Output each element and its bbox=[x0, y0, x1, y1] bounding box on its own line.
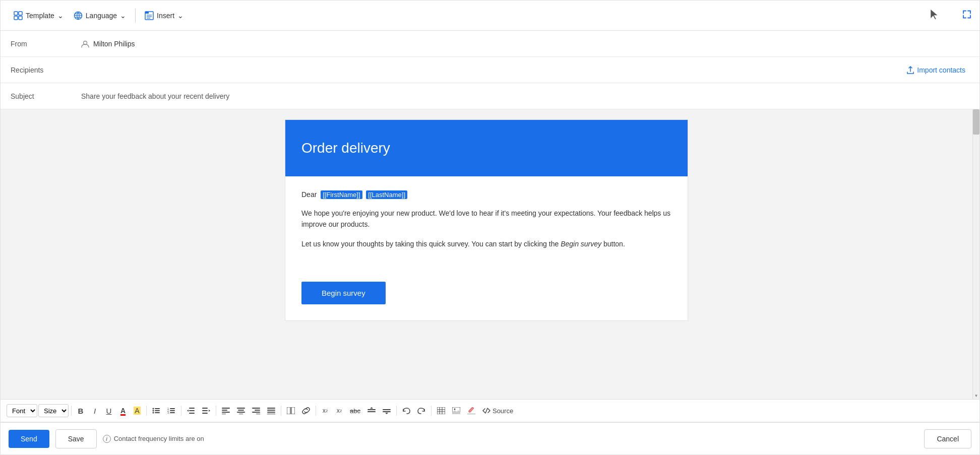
info-icon: i bbox=[103, 435, 111, 443]
eraser-button[interactable] bbox=[464, 404, 478, 417]
import-contacts-button[interactable]: Import contacts bbox=[903, 64, 969, 76]
body-paragraph-1: We hope you're enjoying your new product… bbox=[301, 208, 671, 230]
text-color-button[interactable]: A bbox=[116, 404, 130, 417]
begin-survey-button[interactable]: Begin survey bbox=[301, 282, 386, 304]
strikethrough-button[interactable]: abc bbox=[347, 404, 363, 417]
italic-button[interactable]: I bbox=[88, 404, 101, 417]
svg-rect-31 bbox=[222, 412, 230, 413]
underline-button[interactable]: U bbox=[102, 404, 115, 417]
svg-rect-30 bbox=[222, 410, 227, 411]
scroll-thumb[interactable] bbox=[973, 109, 979, 135]
subscript-button[interactable]: x2 bbox=[333, 404, 346, 417]
email-content: Order delivery Dear [[FirstName]] [[Last… bbox=[285, 119, 688, 321]
unordered-list-button[interactable] bbox=[149, 404, 163, 417]
from-label: From bbox=[11, 40, 81, 48]
svg-rect-41 bbox=[267, 408, 275, 409]
toolbar-divider bbox=[135, 9, 136, 23]
save-button[interactable]: Save bbox=[55, 429, 97, 448]
align-left-button[interactable] bbox=[219, 404, 233, 417]
source-button[interactable]: Source bbox=[479, 404, 516, 417]
link-button[interactable] bbox=[299, 404, 313, 417]
svg-rect-0 bbox=[14, 12, 18, 15]
svg-rect-33 bbox=[237, 408, 245, 409]
columns-button[interactable] bbox=[284, 404, 298, 417]
user-icon bbox=[81, 40, 89, 48]
svg-rect-25 bbox=[189, 413, 195, 414]
template-button[interactable]: Template ⌄ bbox=[9, 8, 69, 23]
link-icon bbox=[302, 407, 310, 414]
justify-button[interactable] bbox=[264, 404, 278, 417]
insert-button[interactable]: Insert ⌄ bbox=[140, 8, 189, 23]
align-center-icon bbox=[237, 407, 245, 414]
svg-rect-32 bbox=[222, 414, 226, 414]
recipients-row: Recipients Import contacts bbox=[1, 57, 979, 83]
svg-rect-18 bbox=[170, 408, 175, 409]
svg-rect-49 bbox=[383, 409, 391, 410]
send-button[interactable]: Send bbox=[9, 430, 49, 448]
svg-rect-45 bbox=[287, 407, 290, 414]
svg-rect-47 bbox=[368, 409, 376, 410]
scrollbar[interactable]: ▲ ▼ bbox=[972, 109, 979, 399]
svg-rect-24 bbox=[189, 410, 195, 411]
last-name-tag[interactable]: [[LastName]] bbox=[366, 190, 407, 199]
svg-rect-35 bbox=[237, 412, 245, 413]
email-body-scroll[interactable]: Order delivery Dear [[FirstName]] [[Last… bbox=[1, 109, 972, 399]
svg-text:3.: 3. bbox=[167, 411, 169, 414]
paragraph-after-icon bbox=[383, 407, 391, 414]
from-row: From Milton Philips bbox=[1, 31, 979, 57]
align-right-button[interactable] bbox=[249, 404, 263, 417]
scroll-down-arrow[interactable]: ▼ bbox=[973, 392, 979, 399]
svg-rect-48 bbox=[368, 411, 376, 412]
svg-line-59 bbox=[485, 408, 487, 413]
outdent-button[interactable] bbox=[184, 404, 198, 417]
columns-icon bbox=[287, 407, 295, 414]
indent-button[interactable] bbox=[199, 404, 213, 417]
table-icon bbox=[437, 407, 445, 414]
svg-point-11 bbox=[153, 408, 154, 410]
svg-rect-44 bbox=[267, 414, 275, 414]
image-button[interactable] bbox=[449, 404, 463, 417]
svg-rect-42 bbox=[267, 410, 275, 411]
svg-rect-43 bbox=[267, 412, 275, 413]
table-button[interactable] bbox=[434, 404, 448, 417]
expand-button[interactable] bbox=[962, 10, 971, 21]
highlight-button[interactable]: A bbox=[131, 404, 144, 417]
insert-label: Insert bbox=[157, 12, 174, 20]
cancel-button[interactable]: Cancel bbox=[924, 429, 971, 448]
first-name-tag[interactable]: [[FirstName]] bbox=[321, 190, 362, 199]
source-icon bbox=[482, 407, 491, 414]
size-selector[interactable]: Size bbox=[38, 404, 69, 417]
cursor-icon bbox=[929, 8, 939, 23]
eraser-icon bbox=[467, 407, 475, 414]
ordered-list-button[interactable]: 1. 2. 3. bbox=[164, 404, 178, 417]
bold-button[interactable]: B bbox=[74, 404, 87, 417]
superscript-button[interactable]: x2 bbox=[319, 404, 332, 417]
svg-rect-26 bbox=[202, 408, 208, 409]
svg-rect-2 bbox=[14, 16, 18, 20]
source-label: Source bbox=[493, 407, 513, 415]
align-center-button[interactable] bbox=[234, 404, 248, 417]
undo-icon bbox=[402, 407, 410, 414]
top-toolbar: Template ⌄ Language ⌄ Insert ⌄ bbox=[1, 1, 979, 31]
font-selector[interactable]: Font bbox=[7, 404, 37, 417]
svg-point-57 bbox=[454, 409, 455, 410]
email-title: Order delivery bbox=[301, 140, 671, 156]
subject-value[interactable]: Share your feedback about your recent de… bbox=[81, 92, 969, 100]
subject-label: Subject bbox=[11, 92, 81, 100]
language-button[interactable]: Language ⌄ bbox=[69, 8, 131, 23]
body-paragraph-2: Let us know your thoughts by taking this… bbox=[301, 238, 671, 249]
svg-rect-1 bbox=[19, 12, 22, 15]
undo-button[interactable] bbox=[399, 404, 413, 417]
recipients-input-area[interactable] bbox=[81, 65, 903, 75]
template-icon bbox=[14, 11, 23, 20]
redo-button[interactable] bbox=[414, 404, 428, 417]
bottom-bar: Send Save i Contact frequency limits are… bbox=[1, 422, 979, 454]
svg-rect-20 bbox=[170, 410, 175, 411]
paragraph-before-button[interactable] bbox=[364, 404, 379, 417]
template-chevron: ⌄ bbox=[57, 12, 64, 20]
paragraph-after-button[interactable] bbox=[380, 404, 394, 417]
image-icon bbox=[452, 407, 460, 414]
redo-icon bbox=[417, 407, 425, 414]
upload-icon bbox=[907, 66, 914, 74]
fmt-divider-6 bbox=[316, 406, 316, 416]
